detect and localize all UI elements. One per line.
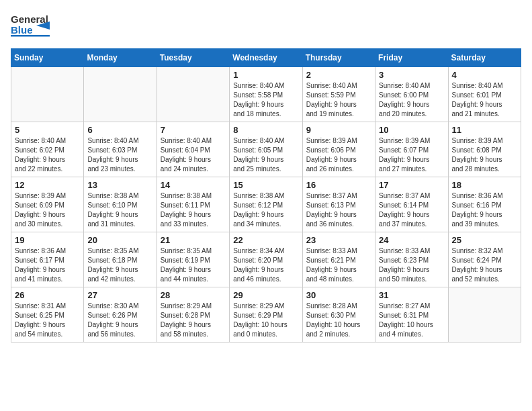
calendar-cell: 24Sunrise: 8:33 AM Sunset: 6:23 PM Dayli… — [375, 232, 448, 287]
day-info: Sunrise: 8:37 AM Sunset: 6:13 PM Dayligh… — [306, 191, 371, 229]
day-info: Sunrise: 8:34 AM Sunset: 6:20 PM Dayligh… — [233, 246, 298, 284]
svg-text:Blue: Blue — [11, 24, 33, 36]
calendar-cell: 12Sunrise: 8:39 AM Sunset: 6:09 PM Dayli… — [11, 177, 84, 232]
calendar-cell: 19Sunrise: 8:36 AM Sunset: 6:17 PM Dayli… — [11, 232, 84, 287]
day-number: 10 — [379, 125, 444, 135]
weekday-header: Monday — [84, 49, 157, 67]
weekday-header: Friday — [375, 49, 448, 67]
day-number: 16 — [306, 180, 371, 190]
day-info: Sunrise: 8:39 AM Sunset: 6:09 PM Dayligh… — [15, 191, 80, 229]
day-number: 18 — [452, 180, 517, 190]
weekday-header: Saturday — [448, 49, 521, 67]
weekday-header: Sunday — [11, 49, 84, 67]
svg-rect-3 — [11, 35, 50, 37]
day-number: 21 — [161, 235, 226, 245]
day-info: Sunrise: 8:36 AM Sunset: 6:16 PM Dayligh… — [452, 191, 517, 229]
calendar-week-row: 26Sunrise: 8:31 AM Sunset: 6:25 PM Dayli… — [11, 287, 521, 342]
calendar-cell: 29Sunrise: 8:29 AM Sunset: 6:29 PM Dayli… — [230, 287, 302, 342]
day-number: 31 — [379, 290, 444, 300]
day-number: 29 — [233, 290, 298, 300]
calendar-cell: 7Sunrise: 8:40 AM Sunset: 6:04 PM Daylig… — [157, 122, 229, 177]
page-header: General Blue — [11, 11, 521, 40]
day-info: Sunrise: 8:27 AM Sunset: 6:31 PM Dayligh… — [379, 302, 444, 339]
day-number: 19 — [15, 235, 80, 245]
day-number: 27 — [87, 290, 152, 300]
day-info: Sunrise: 8:40 AM Sunset: 6:01 PM Dayligh… — [452, 81, 517, 119]
calendar-cell: 18Sunrise: 8:36 AM Sunset: 6:16 PM Dayli… — [448, 177, 521, 232]
calendar-week-row: 12Sunrise: 8:39 AM Sunset: 6:09 PM Dayli… — [11, 177, 521, 232]
day-number: 1 — [233, 70, 298, 80]
day-info: Sunrise: 8:28 AM Sunset: 6:30 PM Dayligh… — [306, 302, 371, 339]
day-info: Sunrise: 8:29 AM Sunset: 6:28 PM Dayligh… — [161, 302, 226, 339]
day-number: 23 — [306, 235, 371, 245]
day-info: Sunrise: 8:39 AM Sunset: 6:06 PM Dayligh… — [306, 136, 371, 174]
day-number: 4 — [452, 70, 517, 80]
day-info: Sunrise: 8:39 AM Sunset: 6:08 PM Dayligh… — [452, 136, 517, 174]
day-info: Sunrise: 8:29 AM Sunset: 6:29 PM Dayligh… — [233, 302, 298, 339]
day-number: 15 — [233, 180, 298, 190]
calendar-cell: 23Sunrise: 8:33 AM Sunset: 6:21 PM Dayli… — [302, 232, 375, 287]
day-number: 13 — [87, 180, 152, 190]
day-info: Sunrise: 8:33 AM Sunset: 6:23 PM Dayligh… — [379, 246, 444, 284]
calendar-cell: 5Sunrise: 8:40 AM Sunset: 6:02 PM Daylig… — [11, 122, 84, 177]
calendar-cell: 3Sunrise: 8:40 AM Sunset: 6:00 PM Daylig… — [375, 67, 448, 122]
calendar-cell: 14Sunrise: 8:38 AM Sunset: 6:11 PM Dayli… — [157, 177, 229, 232]
day-number: 25 — [452, 235, 517, 245]
day-number: 6 — [87, 125, 152, 135]
calendar-cell: 8Sunrise: 8:40 AM Sunset: 6:05 PM Daylig… — [230, 122, 302, 177]
calendar-week-row: 19Sunrise: 8:36 AM Sunset: 6:17 PM Dayli… — [11, 232, 521, 287]
calendar-cell: 16Sunrise: 8:37 AM Sunset: 6:13 PM Dayli… — [302, 177, 375, 232]
calendar-cell: 26Sunrise: 8:31 AM Sunset: 6:25 PM Dayli… — [11, 287, 84, 342]
calendar-cell: 31Sunrise: 8:27 AM Sunset: 6:31 PM Dayli… — [375, 287, 448, 342]
weekday-header-row: SundayMondayTuesdayWednesdayThursdayFrid… — [11, 49, 521, 67]
day-info: Sunrise: 8:38 AM Sunset: 6:11 PM Dayligh… — [161, 191, 226, 229]
weekday-header: Wednesday — [230, 49, 302, 67]
day-number: 9 — [306, 125, 371, 135]
calendar-cell: 10Sunrise: 8:39 AM Sunset: 6:07 PM Dayli… — [375, 122, 448, 177]
calendar-cell: 9Sunrise: 8:39 AM Sunset: 6:06 PM Daylig… — [302, 122, 375, 177]
calendar-cell: 22Sunrise: 8:34 AM Sunset: 6:20 PM Dayli… — [230, 232, 302, 287]
calendar-cell — [157, 67, 229, 122]
day-info: Sunrise: 8:35 AM Sunset: 6:18 PM Dayligh… — [87, 246, 152, 284]
calendar-cell: 2Sunrise: 8:40 AM Sunset: 5:59 PM Daylig… — [302, 67, 375, 122]
calendar-cell — [11, 67, 84, 122]
day-info: Sunrise: 8:39 AM Sunset: 6:07 PM Dayligh… — [379, 136, 444, 174]
day-number: 3 — [379, 70, 444, 80]
day-number: 5 — [15, 125, 80, 135]
day-info: Sunrise: 8:36 AM Sunset: 6:17 PM Dayligh… — [15, 246, 80, 284]
day-info: Sunrise: 8:35 AM Sunset: 6:19 PM Dayligh… — [161, 246, 226, 284]
day-number: 24 — [379, 235, 444, 245]
day-info: Sunrise: 8:40 AM Sunset: 6:00 PM Dayligh… — [379, 81, 444, 119]
day-info: Sunrise: 8:38 AM Sunset: 6:12 PM Dayligh… — [233, 191, 298, 229]
calendar-cell: 28Sunrise: 8:29 AM Sunset: 6:28 PM Dayli… — [157, 287, 229, 342]
day-number: 30 — [306, 290, 371, 300]
day-info: Sunrise: 8:37 AM Sunset: 6:14 PM Dayligh… — [379, 191, 444, 229]
svg-text:General: General — [11, 13, 48, 25]
weekday-header: Thursday — [302, 49, 375, 67]
weekday-header: Tuesday — [157, 49, 229, 67]
day-number: 22 — [233, 235, 298, 245]
day-number: 26 — [15, 290, 80, 300]
calendar-cell: 17Sunrise: 8:37 AM Sunset: 6:14 PM Dayli… — [375, 177, 448, 232]
calendar-cell — [448, 287, 521, 342]
day-info: Sunrise: 8:40 AM Sunset: 6:04 PM Dayligh… — [161, 136, 226, 174]
day-number: 17 — [379, 180, 444, 190]
calendar-cell: 27Sunrise: 8:30 AM Sunset: 6:26 PM Dayli… — [84, 287, 157, 342]
day-info: Sunrise: 8:40 AM Sunset: 5:58 PM Dayligh… — [233, 81, 298, 119]
calendar-cell: 6Sunrise: 8:40 AM Sunset: 6:03 PM Daylig… — [84, 122, 157, 177]
day-number: 2 — [306, 70, 371, 80]
calendar-table: SundayMondayTuesdayWednesdayThursdayFrid… — [11, 48, 521, 342]
calendar-cell: 11Sunrise: 8:39 AM Sunset: 6:08 PM Dayli… — [448, 122, 521, 177]
day-info: Sunrise: 8:30 AM Sunset: 6:26 PM Dayligh… — [87, 302, 152, 339]
day-number: 20 — [87, 235, 152, 245]
calendar-cell: 1Sunrise: 8:40 AM Sunset: 5:58 PM Daylig… — [230, 67, 302, 122]
calendar-cell: 15Sunrise: 8:38 AM Sunset: 6:12 PM Dayli… — [230, 177, 302, 232]
calendar-cell: 21Sunrise: 8:35 AM Sunset: 6:19 PM Dayli… — [157, 232, 229, 287]
day-number: 12 — [15, 180, 80, 190]
day-info: Sunrise: 8:33 AM Sunset: 6:21 PM Dayligh… — [306, 246, 371, 284]
day-info: Sunrise: 8:38 AM Sunset: 6:10 PM Dayligh… — [87, 191, 152, 229]
calendar-cell: 30Sunrise: 8:28 AM Sunset: 6:30 PM Dayli… — [302, 287, 375, 342]
calendar-cell: 25Sunrise: 8:32 AM Sunset: 6:24 PM Dayli… — [448, 232, 521, 287]
calendar-cell: 20Sunrise: 8:35 AM Sunset: 6:18 PM Dayli… — [84, 232, 157, 287]
calendar-cell: 13Sunrise: 8:38 AM Sunset: 6:10 PM Dayli… — [84, 177, 157, 232]
